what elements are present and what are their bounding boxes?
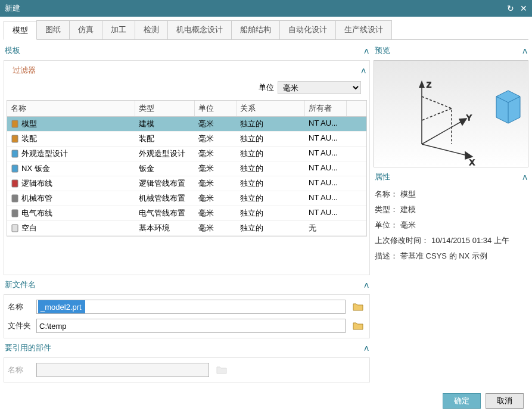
refresh-icon[interactable]: ↻	[507, 4, 514, 13]
row-owner: 无	[305, 221, 347, 235]
file-icon	[11, 209, 19, 217]
row-relation: 独立的	[237, 161, 305, 176]
prop-name: 名称： 模型	[374, 186, 528, 202]
tab-2[interactable]: 仿真	[69, 20, 102, 39]
window-title: 新建	[5, 3, 20, 14]
row-unit: 毫米	[195, 206, 237, 220]
row-name: 机械布管	[21, 193, 52, 204]
preview-csys-icon: Z X Y	[374, 61, 529, 168]
chevron-up-icon: ʌ	[364, 46, 369, 55]
chevron-up-icon: ʌ	[364, 343, 369, 353]
tab-1[interactable]: 图纸	[36, 20, 70, 39]
unit-filter-select[interactable]: 毫米	[278, 81, 361, 94]
table-row[interactable]: 外观造型设计外观造型设计毫米独立的NT AU...	[7, 147, 366, 161]
row-type: 基本环境	[135, 221, 195, 235]
col-type[interactable]: 类型	[135, 101, 195, 116]
row-owner: NT AU...	[305, 147, 347, 161]
refpart-heading: 要引用的部件	[5, 343, 51, 353]
row-name: 外观造型设计	[21, 148, 68, 159]
cube-3d-icon	[496, 91, 520, 123]
tab-6[interactable]: 船舶结构	[231, 20, 280, 39]
row-name: NX 钣金	[21, 163, 50, 174]
folder-field[interactable]	[36, 319, 346, 333]
template-section-header[interactable]: 模板 ʌ	[4, 43, 370, 58]
row-type: 电气管线布置	[135, 206, 195, 220]
close-icon[interactable]: ✕	[520, 4, 527, 13]
file-icon	[11, 164, 19, 173]
row-owner: NT AU...	[305, 161, 347, 176]
row-owner: NT AU...	[305, 176, 347, 191]
table-row[interactable]: 空白基本环境毫米独立的无	[7, 221, 366, 236]
table-row[interactable]: 模型建模毫米独立的NT AU...	[7, 117, 366, 132]
unit-filter-label: 单位	[259, 82, 274, 93]
chevron-up-icon: ʌ	[522, 46, 527, 55]
folder-icon[interactable]	[350, 300, 366, 313]
file-icon	[11, 150, 19, 158]
row-owner: NT AU...	[305, 132, 347, 146]
footer: 确定 取消	[4, 388, 528, 413]
folder-icon[interactable]	[350, 319, 366, 332]
tab-3[interactable]: 加工	[102, 20, 135, 39]
row-type: 装配	[135, 132, 195, 146]
newfile-section: 名称 文件夹	[4, 294, 370, 338]
properties-section-header[interactable]: 属性 ʌ	[374, 170, 528, 184]
col-unit[interactable]: 单位	[195, 101, 237, 116]
col-relation[interactable]: 关系	[237, 101, 305, 116]
row-relation: 独立的	[237, 176, 305, 191]
table-body: 模型建模毫米独立的NT AU...装配装配毫米独立的NT AU...外观造型设计…	[7, 117, 366, 236]
svg-rect-7	[12, 225, 18, 232]
name-row: 名称	[7, 297, 367, 316]
chevron-up-icon: ʌ	[522, 172, 527, 182]
row-owner: NT AU...	[305, 191, 347, 206]
row-type: 钣金	[135, 161, 195, 176]
tab-7[interactable]: 自动化设计	[279, 20, 336, 39]
table-row[interactable]: 逻辑布线逻辑管线布置毫米独立的NT AU...	[7, 176, 366, 191]
refpart-section-header[interactable]: 要引用的部件 ʌ	[4, 341, 370, 355]
newfile-section-header[interactable]: 新文件名 ʌ	[4, 278, 370, 292]
row-relation: 独立的	[237, 206, 305, 220]
row-name: 空白	[21, 223, 37, 234]
row-unit: 毫米	[195, 117, 237, 131]
row-type: 建模	[135, 117, 195, 131]
tab-bar: 模型图纸仿真加工检测机电概念设计船舶结构自动化设计生产线设计	[4, 20, 528, 40]
table-header: 名称 类型 单位 关系 所有者	[7, 101, 366, 117]
name-label: 名称	[8, 301, 32, 312]
left-column: 模板 ʌ 过滤器 ʌ 单位 毫米	[4, 43, 370, 388]
new-dialog: 新建 ↻ ✕ 模型图纸仿真加工检测机电概念设计船舶结构自动化设计生产线设计 模板…	[0, 0, 532, 417]
name-field[interactable]	[36, 300, 346, 314]
filter-section-header[interactable]: 过滤器 ʌ	[7, 63, 367, 77]
table-row[interactable]: NX 钣金钣金毫米独立的NT AU...	[7, 161, 366, 176]
tab-5[interactable]: 机电概念设计	[167, 20, 232, 39]
file-icon	[11, 224, 19, 232]
cancel-button[interactable]: 取消	[486, 393, 524, 409]
tab-8[interactable]: 生产线设计	[335, 20, 392, 39]
ref-name-row: 名称	[7, 360, 367, 379]
col-name[interactable]: 名称	[7, 101, 135, 116]
tab-4[interactable]: 检测	[135, 20, 168, 39]
row-type: 逻辑管线布置	[135, 176, 195, 191]
col-owner[interactable]: 所有者	[305, 101, 347, 116]
table-row[interactable]: 装配装配毫米独立的NT AU...	[7, 132, 366, 147]
tab-0[interactable]: 模型	[4, 21, 37, 40]
row-relation: 独立的	[237, 221, 305, 235]
titlebar: 新建 ↻ ✕	[0, 0, 532, 17]
folder-label: 文件夹	[8, 320, 32, 331]
svg-marker-15	[459, 119, 466, 125]
ok-button[interactable]: 确定	[443, 393, 481, 409]
folder-icon	[214, 363, 229, 376]
table-row[interactable]: 机械布管机械管线布置毫米独立的NT AU...	[7, 191, 366, 206]
file-icon	[11, 179, 19, 188]
svg-marker-9	[419, 82, 424, 88]
main-layout: 模板 ʌ 过滤器 ʌ 单位 毫米	[4, 43, 528, 388]
folder-row: 文件夹	[7, 316, 367, 335]
prop-modified: 上次修改时间： 10/14/2015 01:34 上午	[374, 233, 528, 248]
svg-rect-1	[12, 135, 18, 142]
prop-unit: 单位： 毫米	[374, 217, 528, 233]
newfile-heading: 新文件名	[5, 279, 36, 290]
preview-section-header[interactable]: 预览 ʌ	[374, 43, 528, 58]
ref-name-field	[36, 363, 209, 377]
file-icon	[11, 120, 19, 128]
table-row[interactable]: 电气布线电气管线布置毫米独立的NT AU...	[7, 206, 366, 221]
titlebar-controls: ↻ ✕	[507, 4, 527, 13]
row-owner: NT AU...	[305, 206, 347, 220]
